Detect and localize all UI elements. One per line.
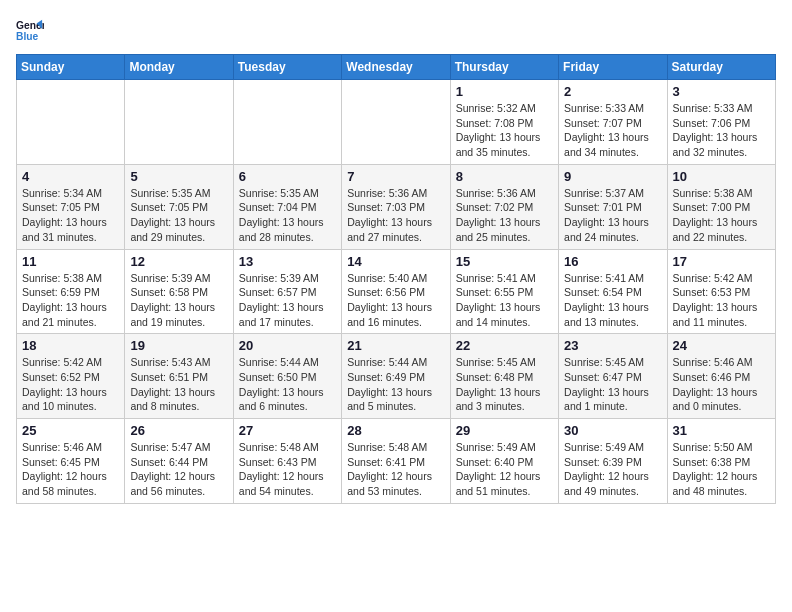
day-number: 11 bbox=[22, 254, 119, 269]
day-info: Sunrise: 5:48 AM Sunset: 6:41 PM Dayligh… bbox=[347, 440, 444, 499]
day-info: Sunrise: 5:46 AM Sunset: 6:46 PM Dayligh… bbox=[673, 355, 770, 414]
calendar-cell: 8Sunrise: 5:36 AM Sunset: 7:02 PM Daylig… bbox=[450, 164, 558, 249]
day-number: 20 bbox=[239, 338, 336, 353]
calendar-week-row: 18Sunrise: 5:42 AM Sunset: 6:52 PM Dayli… bbox=[17, 334, 776, 419]
day-number: 16 bbox=[564, 254, 661, 269]
calendar-day-header: Thursday bbox=[450, 55, 558, 80]
day-number: 2 bbox=[564, 84, 661, 99]
calendar-day-header: Friday bbox=[559, 55, 667, 80]
day-info: Sunrise: 5:45 AM Sunset: 6:47 PM Dayligh… bbox=[564, 355, 661, 414]
day-info: Sunrise: 5:50 AM Sunset: 6:38 PM Dayligh… bbox=[673, 440, 770, 499]
calendar-day-header: Saturday bbox=[667, 55, 775, 80]
calendar-cell: 31Sunrise: 5:50 AM Sunset: 6:38 PM Dayli… bbox=[667, 419, 775, 504]
day-info: Sunrise: 5:38 AM Sunset: 7:00 PM Dayligh… bbox=[673, 186, 770, 245]
day-number: 4 bbox=[22, 169, 119, 184]
day-number: 7 bbox=[347, 169, 444, 184]
day-number: 23 bbox=[564, 338, 661, 353]
calendar-cell: 4Sunrise: 5:34 AM Sunset: 7:05 PM Daylig… bbox=[17, 164, 125, 249]
day-info: Sunrise: 5:46 AM Sunset: 6:45 PM Dayligh… bbox=[22, 440, 119, 499]
day-number: 31 bbox=[673, 423, 770, 438]
day-number: 24 bbox=[673, 338, 770, 353]
calendar-body: 1Sunrise: 5:32 AM Sunset: 7:08 PM Daylig… bbox=[17, 80, 776, 504]
day-info: Sunrise: 5:49 AM Sunset: 6:40 PM Dayligh… bbox=[456, 440, 553, 499]
day-number: 17 bbox=[673, 254, 770, 269]
calendar-cell bbox=[125, 80, 233, 165]
day-info: Sunrise: 5:38 AM Sunset: 6:59 PM Dayligh… bbox=[22, 271, 119, 330]
calendar-cell: 19Sunrise: 5:43 AM Sunset: 6:51 PM Dayli… bbox=[125, 334, 233, 419]
day-info: Sunrise: 5:39 AM Sunset: 6:58 PM Dayligh… bbox=[130, 271, 227, 330]
calendar-cell: 27Sunrise: 5:48 AM Sunset: 6:43 PM Dayli… bbox=[233, 419, 341, 504]
day-info: Sunrise: 5:48 AM Sunset: 6:43 PM Dayligh… bbox=[239, 440, 336, 499]
day-number: 1 bbox=[456, 84, 553, 99]
day-info: Sunrise: 5:44 AM Sunset: 6:49 PM Dayligh… bbox=[347, 355, 444, 414]
calendar-cell: 16Sunrise: 5:41 AM Sunset: 6:54 PM Dayli… bbox=[559, 249, 667, 334]
day-info: Sunrise: 5:32 AM Sunset: 7:08 PM Dayligh… bbox=[456, 101, 553, 160]
day-info: Sunrise: 5:41 AM Sunset: 6:54 PM Dayligh… bbox=[564, 271, 661, 330]
day-number: 30 bbox=[564, 423, 661, 438]
logo-icon: General Blue bbox=[16, 16, 44, 44]
day-info: Sunrise: 5:47 AM Sunset: 6:44 PM Dayligh… bbox=[130, 440, 227, 499]
day-number: 6 bbox=[239, 169, 336, 184]
day-info: Sunrise: 5:49 AM Sunset: 6:39 PM Dayligh… bbox=[564, 440, 661, 499]
day-number: 9 bbox=[564, 169, 661, 184]
day-number: 22 bbox=[456, 338, 553, 353]
calendar-week-row: 4Sunrise: 5:34 AM Sunset: 7:05 PM Daylig… bbox=[17, 164, 776, 249]
day-info: Sunrise: 5:36 AM Sunset: 7:02 PM Dayligh… bbox=[456, 186, 553, 245]
day-info: Sunrise: 5:37 AM Sunset: 7:01 PM Dayligh… bbox=[564, 186, 661, 245]
calendar-cell: 1Sunrise: 5:32 AM Sunset: 7:08 PM Daylig… bbox=[450, 80, 558, 165]
calendar-cell: 10Sunrise: 5:38 AM Sunset: 7:00 PM Dayli… bbox=[667, 164, 775, 249]
day-number: 28 bbox=[347, 423, 444, 438]
day-info: Sunrise: 5:36 AM Sunset: 7:03 PM Dayligh… bbox=[347, 186, 444, 245]
day-number: 3 bbox=[673, 84, 770, 99]
day-info: Sunrise: 5:33 AM Sunset: 7:06 PM Dayligh… bbox=[673, 101, 770, 160]
calendar-cell: 14Sunrise: 5:40 AM Sunset: 6:56 PM Dayli… bbox=[342, 249, 450, 334]
calendar-day-header: Monday bbox=[125, 55, 233, 80]
calendar-cell: 18Sunrise: 5:42 AM Sunset: 6:52 PM Dayli… bbox=[17, 334, 125, 419]
calendar-cell: 2Sunrise: 5:33 AM Sunset: 7:07 PM Daylig… bbox=[559, 80, 667, 165]
calendar-cell: 30Sunrise: 5:49 AM Sunset: 6:39 PM Dayli… bbox=[559, 419, 667, 504]
calendar-header-row: SundayMondayTuesdayWednesdayThursdayFrid… bbox=[17, 55, 776, 80]
calendar-cell bbox=[17, 80, 125, 165]
day-number: 5 bbox=[130, 169, 227, 184]
calendar-cell: 13Sunrise: 5:39 AM Sunset: 6:57 PM Dayli… bbox=[233, 249, 341, 334]
day-info: Sunrise: 5:35 AM Sunset: 7:05 PM Dayligh… bbox=[130, 186, 227, 245]
day-info: Sunrise: 5:33 AM Sunset: 7:07 PM Dayligh… bbox=[564, 101, 661, 160]
calendar-day-header: Tuesday bbox=[233, 55, 341, 80]
calendar-cell: 17Sunrise: 5:42 AM Sunset: 6:53 PM Dayli… bbox=[667, 249, 775, 334]
day-info: Sunrise: 5:42 AM Sunset: 6:52 PM Dayligh… bbox=[22, 355, 119, 414]
day-info: Sunrise: 5:39 AM Sunset: 6:57 PM Dayligh… bbox=[239, 271, 336, 330]
day-number: 14 bbox=[347, 254, 444, 269]
logo: General Blue bbox=[16, 16, 48, 44]
calendar-cell: 7Sunrise: 5:36 AM Sunset: 7:03 PM Daylig… bbox=[342, 164, 450, 249]
day-number: 27 bbox=[239, 423, 336, 438]
calendar-cell: 9Sunrise: 5:37 AM Sunset: 7:01 PM Daylig… bbox=[559, 164, 667, 249]
day-number: 26 bbox=[130, 423, 227, 438]
day-number: 15 bbox=[456, 254, 553, 269]
calendar-cell: 26Sunrise: 5:47 AM Sunset: 6:44 PM Dayli… bbox=[125, 419, 233, 504]
day-info: Sunrise: 5:43 AM Sunset: 6:51 PM Dayligh… bbox=[130, 355, 227, 414]
day-number: 19 bbox=[130, 338, 227, 353]
day-info: Sunrise: 5:35 AM Sunset: 7:04 PM Dayligh… bbox=[239, 186, 336, 245]
day-info: Sunrise: 5:44 AM Sunset: 6:50 PM Dayligh… bbox=[239, 355, 336, 414]
day-info: Sunrise: 5:45 AM Sunset: 6:48 PM Dayligh… bbox=[456, 355, 553, 414]
calendar-cell: 15Sunrise: 5:41 AM Sunset: 6:55 PM Dayli… bbox=[450, 249, 558, 334]
calendar-cell: 21Sunrise: 5:44 AM Sunset: 6:49 PM Dayli… bbox=[342, 334, 450, 419]
calendar-cell: 29Sunrise: 5:49 AM Sunset: 6:40 PM Dayli… bbox=[450, 419, 558, 504]
day-number: 10 bbox=[673, 169, 770, 184]
day-info: Sunrise: 5:40 AM Sunset: 6:56 PM Dayligh… bbox=[347, 271, 444, 330]
day-number: 25 bbox=[22, 423, 119, 438]
calendar-cell: 6Sunrise: 5:35 AM Sunset: 7:04 PM Daylig… bbox=[233, 164, 341, 249]
page-header: General Blue bbox=[16, 16, 776, 44]
day-number: 21 bbox=[347, 338, 444, 353]
day-number: 18 bbox=[22, 338, 119, 353]
day-info: Sunrise: 5:34 AM Sunset: 7:05 PM Dayligh… bbox=[22, 186, 119, 245]
calendar-cell: 25Sunrise: 5:46 AM Sunset: 6:45 PM Dayli… bbox=[17, 419, 125, 504]
calendar-cell: 28Sunrise: 5:48 AM Sunset: 6:41 PM Dayli… bbox=[342, 419, 450, 504]
calendar-cell: 20Sunrise: 5:44 AM Sunset: 6:50 PM Dayli… bbox=[233, 334, 341, 419]
calendar-cell bbox=[233, 80, 341, 165]
day-info: Sunrise: 5:42 AM Sunset: 6:53 PM Dayligh… bbox=[673, 271, 770, 330]
day-number: 29 bbox=[456, 423, 553, 438]
calendar-cell: 24Sunrise: 5:46 AM Sunset: 6:46 PM Dayli… bbox=[667, 334, 775, 419]
calendar-week-row: 11Sunrise: 5:38 AM Sunset: 6:59 PM Dayli… bbox=[17, 249, 776, 334]
calendar-cell bbox=[342, 80, 450, 165]
